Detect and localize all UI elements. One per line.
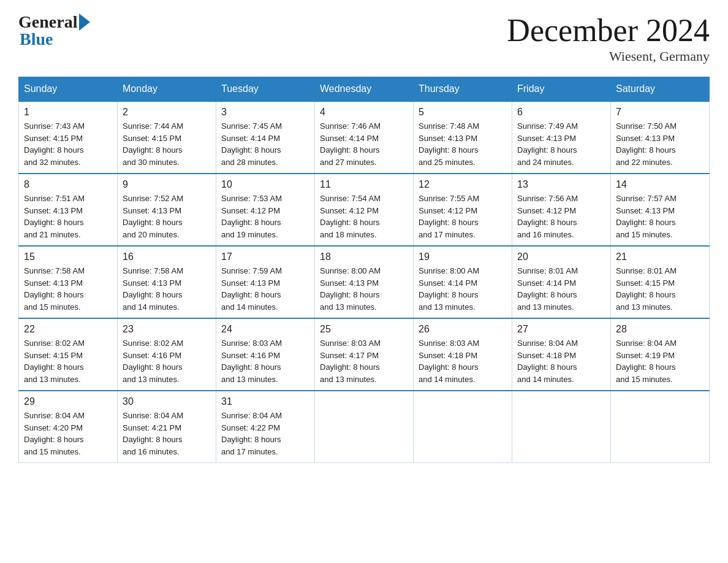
table-row: 21 Sunrise: 8:01 AM Sunset: 4:15 PM Dayl… [611,246,710,318]
table-row: 10 Sunrise: 7:53 AM Sunset: 4:12 PM Dayl… [216,174,315,246]
table-row [414,391,512,463]
table-row: 29 Sunrise: 8:04 AM Sunset: 4:20 PM Dayl… [19,391,118,463]
day-number: 25 [320,324,408,335]
table-row: 3 Sunrise: 7:45 AM Sunset: 4:14 PM Dayli… [216,101,315,174]
day-number: 23 [123,324,211,335]
table-row: 12 Sunrise: 7:55 AM Sunset: 4:12 PM Dayl… [414,174,512,246]
day-number: 19 [419,251,507,262]
table-row: 17 Sunrise: 7:59 AM Sunset: 4:13 PM Dayl… [216,246,315,318]
calendar-week-row: 1 Sunrise: 7:43 AM Sunset: 4:15 PM Dayli… [19,101,710,174]
table-row [315,391,414,463]
table-row: 15 Sunrise: 7:58 AM Sunset: 4:13 PM Dayl… [19,246,118,318]
calendar-week-row: 29 Sunrise: 8:04 AM Sunset: 4:20 PM Dayl… [19,391,710,463]
table-row: 13 Sunrise: 7:56 AM Sunset: 4:12 PM Dayl… [512,174,611,246]
table-row: 28 Sunrise: 8:04 AM Sunset: 4:19 PM Dayl… [611,318,710,391]
table-row: 22 Sunrise: 8:02 AM Sunset: 4:15 PM Dayl… [19,318,118,391]
day-number: 30 [123,396,211,407]
day-number: 22 [24,324,112,335]
table-row: 14 Sunrise: 7:57 AM Sunset: 4:13 PM Dayl… [611,174,710,246]
table-row: 24 Sunrise: 8:03 AM Sunset: 4:16 PM Dayl… [216,318,315,391]
day-number: 26 [419,324,507,335]
day-info: Sunrise: 7:44 AM Sunset: 4:15 PM Dayligh… [123,120,211,168]
day-info: Sunrise: 8:03 AM Sunset: 4:17 PM Dayligh… [320,337,408,385]
day-number: 20 [517,251,605,262]
col-tuesday: Tuesday [216,77,315,102]
table-row: 16 Sunrise: 7:58 AM Sunset: 4:13 PM Dayl… [118,246,216,318]
day-info: Sunrise: 7:49 AM Sunset: 4:13 PM Dayligh… [517,120,605,168]
day-info: Sunrise: 7:52 AM Sunset: 4:13 PM Dayligh… [123,193,211,240]
day-info: Sunrise: 8:00 AM Sunset: 4:14 PM Dayligh… [419,265,507,313]
day-info: Sunrise: 7:46 AM Sunset: 4:14 PM Dayligh… [320,120,408,168]
day-number: 8 [24,179,112,190]
day-number: 11 [320,179,408,190]
day-info: Sunrise: 7:55 AM Sunset: 4:12 PM Dayligh… [419,193,507,240]
day-number: 3 [221,107,309,118]
table-row: 31 Sunrise: 8:04 AM Sunset: 4:22 PM Dayl… [216,391,315,463]
day-info: Sunrise: 8:02 AM Sunset: 4:16 PM Dayligh… [123,337,211,385]
logo: General Blue [18,12,91,49]
col-saturday: Saturday [611,77,710,102]
table-row: 7 Sunrise: 7:50 AM Sunset: 4:13 PM Dayli… [611,101,710,174]
col-friday: Friday [512,77,611,102]
calendar-week-row: 15 Sunrise: 7:58 AM Sunset: 4:13 PM Dayl… [19,246,710,318]
day-number: 12 [419,179,507,190]
table-row: 18 Sunrise: 8:00 AM Sunset: 4:13 PM Dayl… [315,246,414,318]
page-header: General Blue December 2024 Wiesent, Germ… [18,12,710,64]
calendar-table: Sunday Monday Tuesday Wednesday Thursday… [18,77,710,463]
table-row [611,391,710,463]
day-info: Sunrise: 8:04 AM Sunset: 4:18 PM Dayligh… [517,337,605,385]
day-number: 10 [221,179,309,190]
logo-arrow-icon [79,13,90,31]
location-subtitle: Wiesent, Germany [507,48,710,64]
day-info: Sunrise: 7:58 AM Sunset: 4:13 PM Dayligh… [123,265,211,313]
table-row: 26 Sunrise: 8:03 AM Sunset: 4:18 PM Dayl… [414,318,512,391]
day-number: 9 [123,179,211,190]
day-info: Sunrise: 8:02 AM Sunset: 4:15 PM Dayligh… [24,337,112,385]
day-info: Sunrise: 8:04 AM Sunset: 4:22 PM Dayligh… [221,410,309,458]
day-number: 14 [616,179,704,190]
table-row: 23 Sunrise: 8:02 AM Sunset: 4:16 PM Dayl… [118,318,216,391]
day-number: 4 [320,107,408,118]
day-info: Sunrise: 8:04 AM Sunset: 4:21 PM Dayligh… [123,410,211,458]
table-row: 1 Sunrise: 7:43 AM Sunset: 4:15 PM Dayli… [19,101,118,174]
month-title: December 2024 [507,12,710,48]
day-number: 29 [24,396,112,407]
table-row: 25 Sunrise: 8:03 AM Sunset: 4:17 PM Dayl… [315,318,414,391]
table-row: 27 Sunrise: 8:04 AM Sunset: 4:18 PM Dayl… [512,318,611,391]
day-info: Sunrise: 8:00 AM Sunset: 4:13 PM Dayligh… [320,265,408,313]
table-row [512,391,611,463]
day-info: Sunrise: 7:58 AM Sunset: 4:13 PM Dayligh… [24,265,112,313]
col-wednesday: Wednesday [315,77,414,102]
calendar-week-row: 8 Sunrise: 7:51 AM Sunset: 4:13 PM Dayli… [19,174,710,246]
day-info: Sunrise: 8:03 AM Sunset: 4:16 PM Dayligh… [221,337,309,385]
table-row: 2 Sunrise: 7:44 AM Sunset: 4:15 PM Dayli… [118,101,216,174]
day-info: Sunrise: 7:50 AM Sunset: 4:13 PM Dayligh… [616,120,704,168]
table-row: 8 Sunrise: 7:51 AM Sunset: 4:13 PM Dayli… [19,174,118,246]
logo-blue-text: Blue [20,29,53,49]
col-monday: Monday [118,77,216,102]
calendar-week-row: 22 Sunrise: 8:02 AM Sunset: 4:15 PM Dayl… [19,318,710,391]
table-row: 20 Sunrise: 8:01 AM Sunset: 4:14 PM Dayl… [512,246,611,318]
day-number: 5 [419,107,507,118]
day-info: Sunrise: 7:43 AM Sunset: 4:15 PM Dayligh… [24,120,112,168]
day-number: 21 [616,251,704,262]
day-number: 15 [24,251,112,262]
table-row: 30 Sunrise: 8:04 AM Sunset: 4:21 PM Dayl… [118,391,216,463]
day-number: 27 [517,324,605,335]
calendar-header-row: Sunday Monday Tuesday Wednesday Thursday… [19,77,710,102]
table-row: 5 Sunrise: 7:48 AM Sunset: 4:13 PM Dayli… [414,101,512,174]
table-row: 11 Sunrise: 7:54 AM Sunset: 4:12 PM Dayl… [315,174,414,246]
title-block: December 2024 Wiesent, Germany [507,12,710,64]
day-info: Sunrise: 8:04 AM Sunset: 4:19 PM Dayligh… [616,337,704,385]
day-info: Sunrise: 8:01 AM Sunset: 4:14 PM Dayligh… [517,265,605,313]
day-number: 6 [517,107,605,118]
day-number: 28 [616,324,704,335]
day-number: 17 [221,251,309,262]
table-row: 6 Sunrise: 7:49 AM Sunset: 4:13 PM Dayli… [512,101,611,174]
day-number: 13 [517,179,605,190]
day-info: Sunrise: 7:54 AM Sunset: 4:12 PM Dayligh… [320,193,408,240]
day-info: Sunrise: 7:57 AM Sunset: 4:13 PM Dayligh… [616,193,704,240]
day-number: 18 [320,251,408,262]
day-number: 16 [123,251,211,262]
col-sunday: Sunday [19,77,118,102]
